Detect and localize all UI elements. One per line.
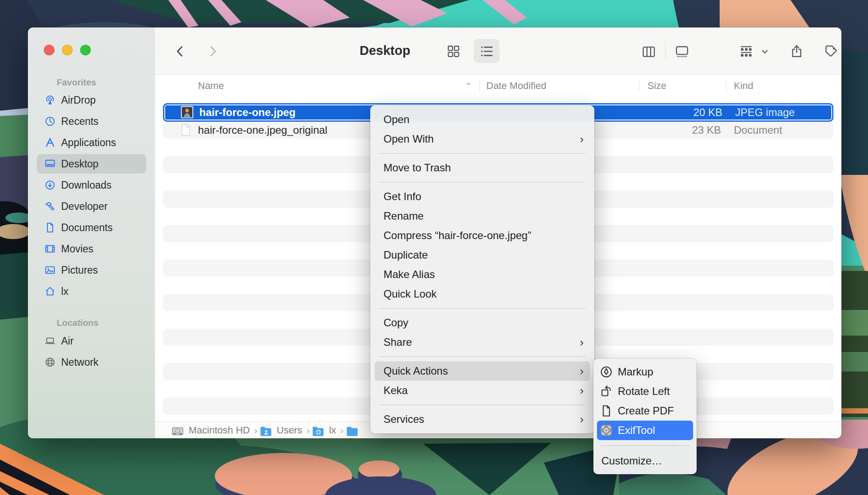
submenu-item-customize[interactable]: Customize… bbox=[593, 451, 697, 471]
menu-item-open-with[interactable]: Open With› bbox=[370, 129, 594, 149]
film-icon bbox=[44, 243, 56, 255]
sidebar-item-label: Recents bbox=[61, 116, 98, 128]
menu-item-label: Rename bbox=[384, 210, 424, 222]
file-kind: JPEG image bbox=[735, 106, 795, 119]
path-item-desktop[interactable] bbox=[345, 425, 363, 436]
folder-home-icon bbox=[311, 425, 325, 436]
menu-separator bbox=[379, 153, 585, 154]
submenu-item-label: Rotate Left bbox=[618, 385, 670, 398]
path-item-macintosh-hd[interactable]: Macintosh HD bbox=[171, 425, 250, 436]
menu-item-keka[interactable]: Keka› bbox=[370, 381, 594, 400]
minimize-button[interactable] bbox=[62, 45, 73, 55]
toolbar-divider bbox=[665, 42, 666, 60]
group-chevron-icon[interactable] bbox=[760, 47, 770, 57]
menu-item-move-to-trash[interactable]: Move to Trash bbox=[370, 158, 594, 178]
menu-item-rename[interactable]: Rename bbox=[370, 206, 594, 226]
sidebar-item-movies[interactable]: Movies bbox=[37, 239, 146, 259]
sidebar-item-network[interactable]: Network bbox=[37, 352, 146, 372]
menu-item-quick-actions[interactable]: Quick Actions› bbox=[375, 361, 590, 381]
favorites-section-title: Favorites bbox=[57, 77, 96, 88]
menu-item-label: Quick Look bbox=[384, 288, 437, 300]
path-separator: › bbox=[306, 425, 310, 436]
sidebar-item-label: lx bbox=[61, 286, 69, 298]
gallery-view-button[interactable] bbox=[674, 44, 690, 60]
sort-ascending-icon[interactable]: ⌃ bbox=[465, 81, 472, 91]
locations-section-title: Locations bbox=[57, 317, 98, 329]
quick-actions-submenu: Markup Rotate Left Create PDF ExifTool C… bbox=[593, 359, 697, 474]
sidebar-item-downloads[interactable]: Downloads bbox=[37, 175, 146, 195]
file-name: hair-force-one.jpeg_original bbox=[198, 124, 327, 136]
menu-item-make-alias[interactable]: Make Alias bbox=[370, 265, 594, 284]
sidebar-item-pictures[interactable]: Pictures bbox=[37, 260, 146, 280]
submenu-chevron-icon: › bbox=[580, 333, 584, 352]
forward-button[interactable] bbox=[205, 43, 221, 59]
blank-document-icon bbox=[179, 123, 193, 137]
menu-item-label: Open bbox=[384, 113, 410, 125]
path-item-users[interactable]: Users bbox=[259, 425, 302, 436]
folder-users-icon bbox=[259, 425, 272, 436]
submenu-item-rotate-left[interactable]: Rotate Left bbox=[593, 382, 697, 401]
submenu-item-exiftool[interactable]: ExifTool bbox=[597, 421, 693, 440]
create-pdf-icon bbox=[600, 404, 613, 418]
menu-item-open[interactable]: Open bbox=[370, 110, 594, 129]
column-separator[interactable] bbox=[639, 79, 639, 92]
submenu-item-markup[interactable]: Markup bbox=[593, 362, 697, 382]
sidebar-item-documents[interactable]: Documents bbox=[37, 218, 146, 237]
menu-item-label: Share bbox=[384, 336, 412, 348]
desktop-icon bbox=[44, 158, 56, 170]
column-separator[interactable] bbox=[479, 79, 480, 92]
home-icon bbox=[44, 286, 56, 297]
menu-item-duplicate[interactable]: Duplicate bbox=[370, 245, 594, 265]
menu-item-label: Copy bbox=[384, 317, 408, 329]
column-header-name[interactable]: Name bbox=[198, 80, 224, 92]
zoom-button[interactable] bbox=[80, 45, 91, 55]
submenu-chevron-icon: › bbox=[580, 410, 584, 429]
sidebar-item-developer[interactable]: Developer bbox=[37, 197, 146, 216]
menu-item-label: Get Info bbox=[384, 190, 421, 202]
sidebar-item-label: AirDrop bbox=[61, 94, 96, 106]
back-button[interactable] bbox=[172, 43, 188, 59]
sidebar-item-desktop[interactable]: Desktop bbox=[37, 154, 146, 174]
clock-icon bbox=[44, 116, 56, 127]
menu-item-services[interactable]: Services› bbox=[370, 410, 594, 429]
submenu-chevron-icon: › bbox=[580, 129, 584, 149]
column-header-date-modified[interactable]: Date Modified bbox=[486, 80, 546, 92]
tag-button[interactable] bbox=[823, 43, 839, 59]
icon-view-button[interactable] bbox=[446, 43, 461, 59]
menu-item-copy[interactable]: Copy bbox=[370, 313, 594, 333]
menu-item-label: Quick Actions bbox=[384, 365, 448, 377]
menu-item-quick-look[interactable]: Quick Look bbox=[370, 284, 594, 304]
list-view-button[interactable] bbox=[479, 43, 495, 59]
menu-item-get-info[interactable]: Get Info bbox=[370, 187, 594, 206]
file-size: 23 KB bbox=[606, 124, 721, 136]
close-button[interactable] bbox=[44, 45, 54, 55]
sidebar-item-label: Applications bbox=[61, 137, 116, 149]
sidebar-item-home[interactable]: lx bbox=[37, 282, 146, 301]
sidebar-item-air[interactable]: Air bbox=[37, 331, 146, 351]
app-store-icon bbox=[44, 137, 56, 148]
submenu-item-label: Create PDF bbox=[618, 405, 674, 417]
file-size: 20 KB bbox=[607, 106, 722, 119]
globe-icon bbox=[44, 356, 56, 368]
menu-separator bbox=[379, 308, 585, 309]
submenu-item-create-pdf[interactable]: Create PDF bbox=[593, 401, 697, 421]
menu-item-share[interactable]: Share› bbox=[370, 333, 594, 352]
column-header-size[interactable]: Size bbox=[647, 80, 666, 92]
path-item-label: Macintosh HD bbox=[189, 425, 250, 436]
photo-icon bbox=[44, 264, 56, 276]
column-view-button[interactable] bbox=[641, 44, 657, 60]
column-header-kind[interactable]: Kind bbox=[734, 80, 753, 92]
group-button[interactable] bbox=[738, 43, 754, 59]
path-separator: › bbox=[341, 425, 344, 436]
sidebar-item-label: Developer bbox=[61, 201, 108, 213]
sidebar-item-recents[interactable]: Recents bbox=[37, 112, 146, 131]
column-separator[interactable] bbox=[726, 79, 726, 92]
path-item-home[interactable]: lx bbox=[311, 425, 336, 436]
sidebar-item-airdrop[interactable]: AirDrop bbox=[37, 90, 146, 110]
download-circle-icon bbox=[44, 179, 56, 191]
share-button[interactable] bbox=[789, 43, 805, 59]
laptop-icon bbox=[44, 335, 56, 347]
menu-item-compress[interactable]: Compress “hair-force-one.jpeg” bbox=[370, 226, 594, 245]
markup-icon bbox=[600, 365, 613, 379]
sidebar-item-applications[interactable]: Applications bbox=[37, 133, 146, 152]
